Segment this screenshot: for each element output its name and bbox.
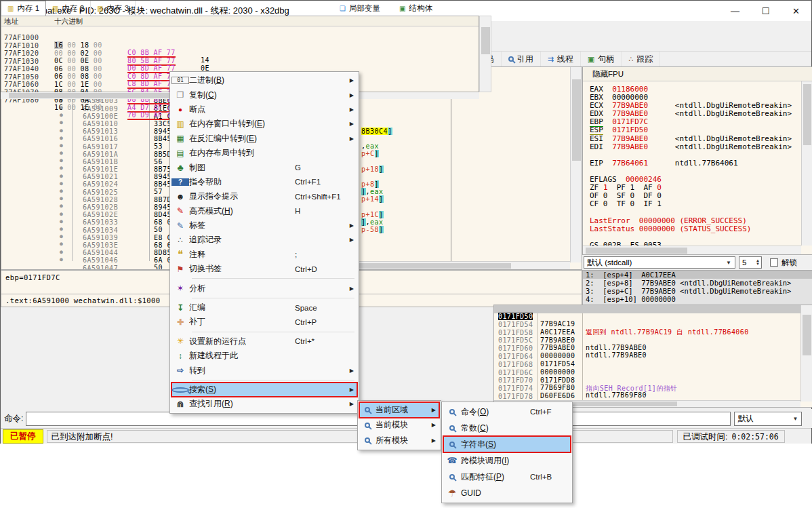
register-row[interactable]: EFLAGS 00000246 xyxy=(590,175,792,183)
stack-row[interactable]: 0171FD60 00000000 xyxy=(494,337,812,345)
hide-fpu-button[interactable]: 隐藏FPU xyxy=(583,67,812,81)
menu-item[interactable]: ☎ 跨模块调用(I) xyxy=(443,452,571,469)
menu-item[interactable]: ☻ 显示指令提示 Ctrl+Shift+F1 xyxy=(171,189,357,203)
argument-row[interactable]: 3: [esp+C] 77B9ABE0 <ntdll.DbgUiRemoteBr… xyxy=(583,287,812,295)
stack-vscrollbar[interactable] xyxy=(800,305,812,402)
breakpoint-dot-icon[interactable] xyxy=(60,165,63,171)
argument-row[interactable]: 2: [esp+8] 77B9ABE0 <ntdll.DbgUiRemoteBr… xyxy=(583,279,812,287)
view-tab[interactable]: ▣ 句柄 xyxy=(581,52,622,66)
menu-item[interactable]: ✶ 分析 ▶ xyxy=(171,281,357,295)
register-row[interactable] xyxy=(590,233,792,241)
arguments-pane[interactable]: 1: [esp+4] A0C17EEA2: [esp+8] 77B9ABE0 <… xyxy=(582,270,812,307)
menu-item[interactable]: 匹配特征(P) Ctrl+B xyxy=(443,469,571,485)
view-tab[interactable]: 引用 xyxy=(502,52,541,66)
menu-item[interactable]: 当前模块 ▶ xyxy=(359,418,439,433)
menu-item[interactable] xyxy=(171,296,357,300)
stack-row[interactable]: 0171FD54 A0C17EEA xyxy=(494,313,812,321)
menu-item[interactable]: 命令(O) Ctrl+F xyxy=(443,404,571,420)
register-row[interactable]: ESP 0171FD50 xyxy=(590,125,792,134)
breakpoint-dot-icon[interactable] xyxy=(60,256,63,262)
breakpoint-dot-icon[interactable] xyxy=(60,142,63,149)
menu-item[interactable]: ⇨ 转到 ▶ xyxy=(171,363,357,377)
dump-row[interactable]: 77AF1040 06 00 08 00 C8 8D AF 77 08 xyxy=(1,58,479,66)
menu-item[interactable]: 当前区域 ▶ xyxy=(359,402,439,418)
menu-item[interactable]: 搜索(S) ▶ xyxy=(171,383,357,397)
menu-item[interactable]: ⋒ 查找引用(R) ▶ xyxy=(171,397,357,411)
menu-item[interactable] xyxy=(171,330,357,334)
breakpoint-dot-icon[interactable] xyxy=(60,180,63,187)
breakpoint-dot-icon[interactable] xyxy=(60,150,63,156)
menu-item[interactable]: ▤ 在内存布局中转到 xyxy=(171,146,357,160)
stack-pane[interactable]: 0171FD50 77B9AC19 返回到 ntdll.77B9AC19 自 n… xyxy=(493,305,812,408)
argument-row[interactable]: 4: [esp+10] 00000000 xyxy=(583,295,812,303)
breakpoint-dot-icon[interactable] xyxy=(60,241,63,247)
dump-tab[interactable]: ▥ 内存 2 xyxy=(46,1,91,16)
stack-row[interactable]: 0171FD68 00000000 xyxy=(494,353,812,362)
view-tab[interactable]: ∴ 跟踪 xyxy=(622,52,660,66)
menu-item[interactable]: 常数(C) xyxy=(443,420,571,436)
breakpoint-dot-icon[interactable] xyxy=(60,188,63,194)
menu-item[interactable]: ☂ GUID xyxy=(443,485,571,501)
register-row[interactable]: EDX 77B9ABE0 <ntdll.DbgUiRemoteBreakin> xyxy=(590,109,792,117)
breakpoint-dot-icon[interactable] xyxy=(60,249,63,255)
register-row[interactable]: ECX 77B9ABE0 <ntdll.DbgUiRemoteBreakin> xyxy=(590,101,792,109)
spinner-arrows-icon[interactable]: ▲▼ xyxy=(756,259,760,266)
minimize-button[interactable]: — xyxy=(720,1,750,21)
menu-item[interactable]: ⚑ 切换书签 Ctrl+D xyxy=(171,262,357,276)
register-row[interactable]: EBP 0171FD7C xyxy=(590,117,792,125)
register-row[interactable] xyxy=(590,151,792,159)
dump-row[interactable]: 77AF1010 00 00 02 00 80 5B AF 77 0E xyxy=(1,35,479,43)
menu-item[interactable]: 所有模块 ▶ xyxy=(359,433,439,448)
menu-item[interactable]: ✚ 补丁 Ctrl+P xyxy=(171,315,357,329)
register-row[interactable]: EDI 77B9ABE0 <ntdll.DbgUiRemoteBreakin> xyxy=(590,142,792,151)
stack-row[interactable]: 0171FD70 77B69F80 ntdll.77B69F80 xyxy=(494,369,812,377)
register-row[interactable]: EBX 00000000 xyxy=(590,93,792,101)
register-row[interactable]: CF 0 TF 0 IF 1 xyxy=(590,199,792,208)
menu-item[interactable]: ❐ 复制(C) ▶ xyxy=(171,87,357,102)
command-profile-dropdown[interactable]: 默认 ▼ xyxy=(734,412,802,426)
argument-row[interactable]: 1: [esp+4] A0C17EEA xyxy=(583,271,812,279)
register-row[interactable] xyxy=(590,167,792,175)
menu-item[interactable]: ↧ 汇编 Space xyxy=(171,300,357,315)
dump-tab[interactable]: ▥ 内存 3 xyxy=(91,1,136,16)
dump-row[interactable]: 77AF1020 0C 00 0E 00 D0 8D AF 77 06 xyxy=(1,42,479,50)
dump-row[interactable]: 77AF1000 16 00 18 00 C0 8B AF 77 14 xyxy=(1,26,479,35)
stack-row[interactable]: 0171FD6C 0171FDD8 指向SEH_Record[1]的指针 xyxy=(494,362,812,370)
menu-item[interactable] xyxy=(171,378,357,383)
menu-item[interactable]: ❝ 注释 ; xyxy=(171,248,357,262)
register-row[interactable] xyxy=(590,208,792,216)
register-row[interactable]: EAX 01186000 xyxy=(590,85,792,93)
menu-item[interactable] xyxy=(171,276,357,281)
menu-item[interactable]: ▥ 在内存窗口中转到(E) ▶ xyxy=(171,117,357,131)
menu-item[interactable]: ↕ 新建线程于此 xyxy=(171,349,357,363)
register-row[interactable]: LastError 00000000 (ERROR_SUCCESS) xyxy=(590,216,792,224)
menu-item[interactable]: 字符串(S) xyxy=(443,436,571,452)
menu-item[interactable]: 01 二进制(B) ▶ xyxy=(171,73,357,87)
breakpoint-dot-icon[interactable] xyxy=(60,128,63,134)
menu-item[interactable]: ▦ 在反汇编中转到(E) ▶ xyxy=(171,132,357,146)
dump-row[interactable]: 77AF1030 06 00 08 00 C0 8D AF 77 06 xyxy=(1,50,479,58)
menu-item[interactable]: ✳ 设置新的运行点 Ctrl+* xyxy=(171,334,357,349)
view-tab[interactable]: ⇉ 线程 xyxy=(541,52,581,66)
breakpoint-dot-icon[interactable] xyxy=(60,135,63,141)
menu-item[interactable]: ✎ 高亮模式(H) H xyxy=(171,204,357,218)
unlock-checkbox[interactable] xyxy=(770,258,778,267)
struct-tab[interactable]: ▣ 结构体 xyxy=(399,1,432,16)
breakpoint-dot-icon[interactable] xyxy=(60,211,63,217)
registers-pane[interactable]: 隐藏FPU EAX 01186000EBX 00000000ECX 77B9AB… xyxy=(582,66,812,255)
argument-count-spinner[interactable]: 5 ▲▼ xyxy=(739,256,762,269)
breakpoint-dot-icon[interactable] xyxy=(60,203,63,209)
locals-tab[interactable]: ❏ 局部变量 xyxy=(340,1,380,16)
breakpoint-dot-icon[interactable] xyxy=(60,233,63,239)
breakpoint-dot-icon[interactable] xyxy=(60,218,63,224)
dump-vscrollbar[interactable] xyxy=(479,16,491,92)
disasm-vscrollbar[interactable] xyxy=(570,67,582,262)
menu-item[interactable]: ✎ 标签 ▶ xyxy=(171,218,357,233)
menu-item[interactable]: ● 断点 ▶ xyxy=(171,102,357,117)
stack-row[interactable]: 0171FD50 77B9AC19 返回到 ntdll.77B9AC19 自 n… xyxy=(494,305,812,313)
menu-item[interactable]: ∴ 追踪记录 ▶ xyxy=(171,233,357,247)
breakpoint-dot-icon[interactable] xyxy=(60,173,63,179)
stack-row[interactable]: 0171FD78 00000000 xyxy=(494,385,812,393)
dump-tab[interactable]: ▥ 内存 1 xyxy=(1,1,46,16)
register-row[interactable]: ZF 1 PF 1 AF 0 xyxy=(590,183,792,191)
